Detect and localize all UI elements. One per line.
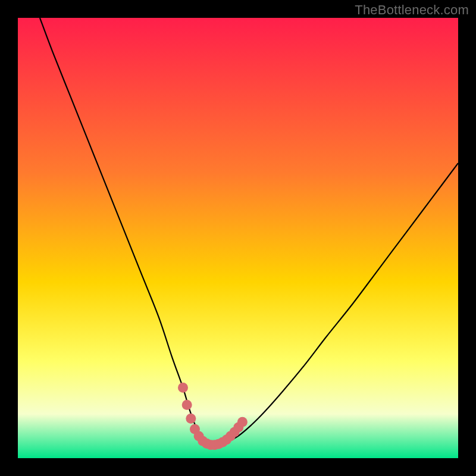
sweet-spot-marker (182, 400, 192, 410)
sweet-spot-marker (186, 414, 196, 424)
chart-frame: TheBottleneck.com (0, 0, 476, 476)
plot-area (18, 18, 458, 458)
watermark-text: TheBottleneck.com (355, 2, 469, 18)
sweet-spot-marker (237, 417, 248, 427)
sweet-spot-marker (178, 383, 188, 393)
chart-svg (18, 18, 458, 458)
gradient-background (18, 18, 458, 458)
